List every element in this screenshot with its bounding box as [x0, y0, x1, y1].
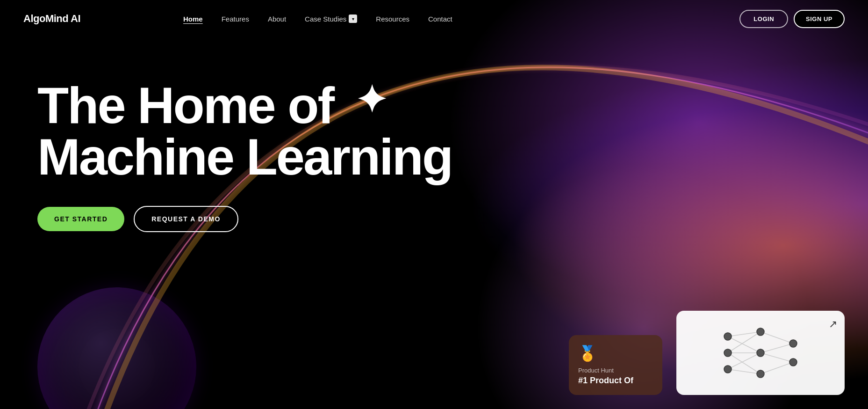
- login-button[interactable]: LOGIN: [739, 10, 788, 28]
- svg-line-1: [728, 336, 760, 353]
- svg-point-18: [789, 358, 797, 366]
- request-demo-button[interactable]: REQUEST A DEMO: [134, 206, 238, 232]
- svg-point-17: [789, 340, 797, 347]
- svg-point-11: [724, 333, 732, 340]
- nav-contact[interactable]: Contact: [428, 15, 452, 23]
- nav-features[interactable]: Features: [222, 15, 249, 23]
- svg-line-8: [760, 343, 793, 353]
- hero-section: The Home of ✦ Machine Learning GET START…: [37, 80, 452, 232]
- svg-point-12: [724, 349, 732, 357]
- nav-links: Home Features About Case Studies ▾ Resou…: [183, 15, 739, 23]
- sparkle-icon: ✦: [356, 81, 386, 119]
- nav-case-studies[interactable]: Case Studies ▾: [305, 15, 357, 23]
- svg-line-6: [728, 369, 760, 374]
- neural-net-card: ↗: [676, 311, 845, 395]
- brand-logo: AlgoMind AI: [23, 13, 80, 25]
- nav-about[interactable]: About: [268, 15, 286, 23]
- hero-title: The Home of ✦ Machine Learning: [37, 80, 452, 183]
- page-wrapper: AlgoMind AI Home Features About Case Stu…: [0, 0, 868, 409]
- svg-line-9: [760, 353, 793, 362]
- signup-button[interactable]: SIGN UP: [794, 10, 845, 28]
- svg-line-5: [728, 353, 760, 369]
- svg-line-2: [728, 332, 760, 353]
- product-hunt-label: Product Hunt: [578, 367, 653, 374]
- svg-point-14: [757, 328, 764, 336]
- get-started-button[interactable]: GET STARTED: [37, 207, 124, 231]
- svg-line-10: [760, 362, 793, 374]
- nav-buttons: LOGIN SIGN UP: [739, 10, 845, 28]
- external-link-icon[interactable]: ↗: [829, 318, 837, 330]
- nav-home[interactable]: Home: [183, 15, 203, 23]
- svg-point-13: [724, 365, 732, 373]
- medal-icon: 🏅: [578, 344, 653, 362]
- product-hunt-card: 🏅 Product Hunt #1 Product Of: [569, 335, 662, 395]
- navbar: AlgoMind AI Home Features About Case Stu…: [0, 0, 868, 37]
- svg-point-15: [757, 349, 764, 357]
- svg-line-4: [728, 353, 760, 374]
- hero-buttons: GET STARTED REQUEST A DEMO: [37, 206, 452, 232]
- svg-line-7: [760, 332, 793, 343]
- svg-line-0: [728, 332, 760, 336]
- nav-resources[interactable]: Resources: [376, 15, 409, 23]
- hero-title-line2: Machine Learning: [37, 128, 452, 185]
- hero-title-line1: The Home of: [37, 76, 333, 134]
- decorative-sphere: [37, 287, 196, 409]
- dropdown-arrow-icon: ▾: [349, 15, 357, 23]
- neural-net-graphic: [714, 322, 807, 383]
- product-hunt-title: #1 Product Of: [578, 376, 653, 386]
- svg-point-16: [757, 370, 764, 378]
